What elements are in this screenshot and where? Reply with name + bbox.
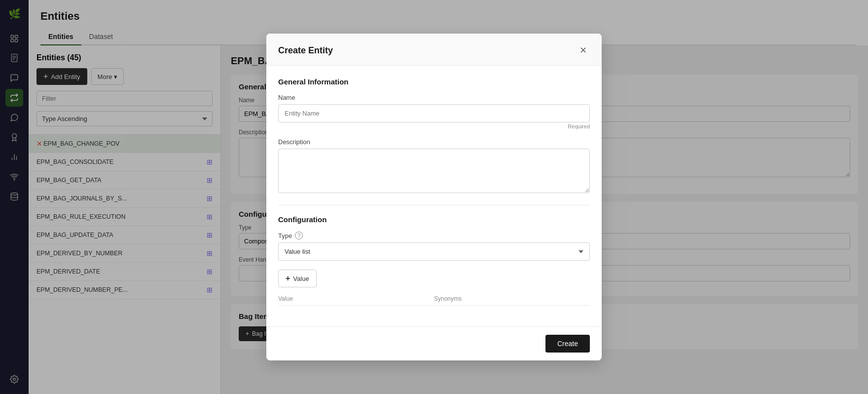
add-value-button[interactable]: + Value [278, 270, 317, 287]
add-value-group: + Value Value Synonyms [278, 270, 590, 306]
type-field-group: Type ? Value list Composite Derived [278, 232, 590, 261]
create-entity-modal: Create Entity ✕ General Information Name… [266, 34, 602, 360]
modal-divider [278, 205, 590, 205]
required-text: Required [278, 123, 590, 129]
configuration-section-title: Configuration [278, 215, 590, 224]
values-col-value-header: Value [278, 295, 434, 302]
modal-title: Create Entity [278, 45, 333, 56]
create-button[interactable]: Create [545, 335, 590, 353]
add-value-label: Value [293, 275, 309, 282]
modal-description-label: Description [278, 138, 590, 146]
plus-icon: + [286, 274, 290, 283]
name-field-group: Name Required [278, 94, 590, 129]
modal-footer: Create [266, 326, 602, 360]
modal-header: Create Entity ✕ [266, 34, 602, 66]
type-info-icon[interactable]: ? [295, 232, 303, 239]
values-table-header: Value Synonyms [278, 292, 590, 306]
values-col-synonym-header: Synonyms [434, 295, 590, 302]
modal-type-select[interactable]: Value list Composite Derived [278, 242, 590, 261]
description-field-group: Description [278, 138, 590, 195]
modal-body: General Information Name Required Descri… [266, 66, 602, 326]
modal-description-textarea[interactable] [278, 149, 590, 193]
modal-name-label: Name [278, 94, 590, 101]
general-info-section-title: General Information [278, 78, 590, 86]
modal-name-input[interactable] [278, 104, 590, 122]
modal-type-label: Type ? [278, 232, 590, 239]
modal-close-button[interactable]: ✕ [576, 43, 590, 57]
modal-overlay: Create Entity ✕ General Information Name… [0, 0, 868, 394]
